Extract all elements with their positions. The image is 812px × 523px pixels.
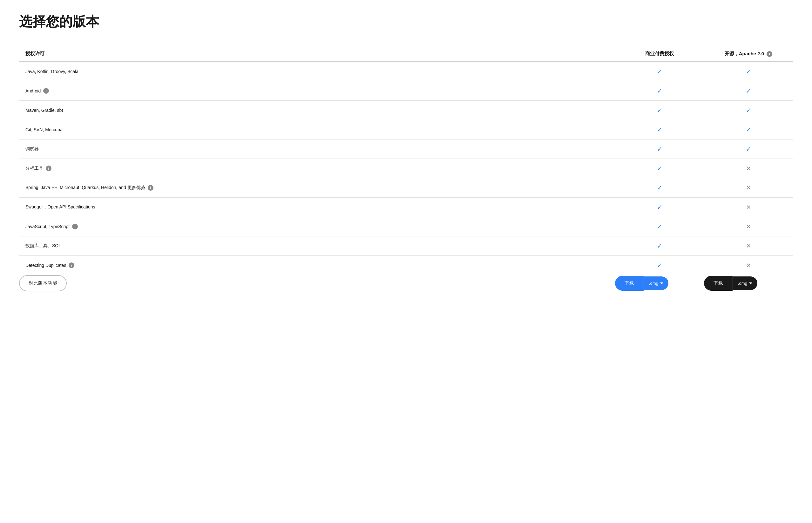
comparison-table: 授权许可 商业付费授权 开源，Apache 2.0 i Java, Kotlin… (19, 47, 793, 291)
page-title: 选择您的版本 (19, 13, 793, 31)
feature-cell-git-svn: Git, SVN, Mercurial (19, 120, 615, 140)
commercial-status-spring-javaee: ✓ (615, 178, 704, 198)
feature-label-spring-javaee: Spring, Java EE, Micronaut, Quarkus, Hel… (25, 185, 145, 191)
commercial-download-group: 下载 .dmg (615, 276, 704, 291)
check-icon: ✓ (746, 126, 751, 133)
opensource-dmg-chevron-icon (749, 283, 752, 284)
check-icon: ✓ (657, 242, 662, 249)
feature-cell-spring-javaee: Spring, Java EE, Micronaut, Quarkus, Hel… (19, 178, 615, 198)
header-opensource: 开源，Apache 2.0 i (704, 47, 793, 62)
table-row: 数据库工具、SQL✓✕ (19, 236, 793, 256)
opensource-status-java-kotlin: ✓ (704, 62, 793, 82)
feature-cell-javascript-typescript: JavaScript, TypeScripti (19, 217, 615, 236)
cross-icon: ✕ (746, 223, 751, 230)
feature-cell-java-kotlin: Java, Kotlin, Groovy, Scala (19, 62, 615, 82)
commercial-status-debugger: ✓ (615, 140, 704, 159)
commercial-status-android: ✓ (615, 82, 704, 101)
commercial-status-git-svn: ✓ (615, 120, 704, 140)
opensource-dmg-label: .dmg (738, 281, 747, 286)
feature-label-git-svn: Git, SVN, Mercurial (25, 127, 63, 132)
check-icon: ✓ (657, 87, 662, 94)
compare-button[interactable]: 对比版本功能 (19, 275, 67, 291)
table-row: Git, SVN, Mercurial✓✓ (19, 120, 793, 140)
info-icon-analysis-tools[interactable]: i (46, 165, 52, 171)
commercial-status-analysis-tools: ✓ (615, 159, 704, 178)
feature-label-analysis-tools: 分析工具 (25, 165, 43, 171)
compare-button-cell: 对比版本功能 (19, 275, 615, 292)
opensource-status-android: ✓ (704, 82, 793, 101)
opensource-status-spring-javaee: ✕ (704, 178, 793, 198)
check-icon: ✓ (657, 126, 662, 133)
info-icon-spring-javaee[interactable]: i (148, 185, 153, 191)
table-row: 调试器✓✓ (19, 140, 793, 159)
opensource-status-analysis-tools: ✕ (704, 159, 793, 178)
opensource-header-info-icon[interactable]: i (767, 51, 772, 57)
feature-label-android: Android (25, 88, 41, 93)
check-icon: ✓ (657, 204, 662, 211)
commercial-status-maven-gradle: ✓ (615, 101, 704, 120)
feature-label-database-sql: 数据库工具、SQL (25, 243, 61, 249)
check-icon: ✓ (746, 68, 751, 75)
commercial-dmg-label: .dmg (649, 281, 658, 286)
feature-label-java-kotlin: Java, Kotlin, Groovy, Scala (25, 69, 78, 74)
opensource-status-javascript-typescript: ✕ (704, 217, 793, 236)
check-icon: ✓ (746, 107, 751, 114)
feature-label-javascript-typescript: JavaScript, TypeScript (25, 224, 70, 229)
feature-cell-database-sql: 数据库工具、SQL (19, 236, 615, 256)
cross-icon: ✕ (746, 204, 751, 211)
opensource-dmg-button[interactable]: .dmg (733, 276, 757, 290)
feature-label-maven-gradle: Maven, Gradle, sbt (25, 108, 63, 113)
feature-label-swagger: Swagger，Open API Specifications (25, 204, 95, 210)
opensource-download-button[interactable]: 下载 (704, 276, 733, 291)
opensource-status-maven-gradle: ✓ (704, 101, 793, 120)
table-row: Maven, Gradle, sbt✓✓ (19, 101, 793, 120)
opensource-status-detecting-duplicates: ✕ (704, 256, 793, 275)
feature-cell-maven-gradle: Maven, Gradle, sbt (19, 101, 615, 120)
commercial-status-database-sql: ✓ (615, 236, 704, 256)
cross-icon: ✕ (746, 184, 751, 191)
opensource-status-git-svn: ✓ (704, 120, 793, 140)
commercial-download-button[interactable]: 下载 (615, 276, 644, 291)
feature-cell-debugger: 调试器 (19, 140, 615, 159)
info-icon-javascript-typescript[interactable]: i (72, 224, 78, 230)
header-commercial: 商业付费授权 (615, 47, 704, 62)
commercial-status-swagger: ✓ (615, 198, 704, 217)
opensource-status-swagger: ✕ (704, 198, 793, 217)
commercial-status-javascript-typescript: ✓ (615, 217, 704, 236)
feature-label-detecting-duplicates: Detecting Duplicates (25, 263, 66, 268)
table-row: Spring, Java EE, Micronaut, Quarkus, Hel… (19, 178, 793, 198)
check-icon: ✓ (657, 68, 662, 75)
opensource-status-database-sql: ✕ (704, 236, 793, 256)
commercial-status-java-kotlin: ✓ (615, 62, 704, 82)
check-icon: ✓ (657, 107, 662, 114)
feature-cell-swagger: Swagger，Open API Specifications (19, 198, 615, 217)
feature-cell-android: Androidi (19, 82, 615, 101)
opensource-download-cell: 下载 .dmg (704, 275, 793, 292)
check-icon: ✓ (657, 184, 662, 191)
commercial-dmg-chevron-icon (660, 283, 663, 284)
check-icon: ✓ (746, 87, 751, 94)
commercial-status-detecting-duplicates: ✓ (615, 256, 704, 275)
feature-cell-detecting-duplicates: Detecting Duplicatesi (19, 256, 615, 275)
table-row: JavaScript, TypeScripti✓✕ (19, 217, 793, 236)
opensource-download-group: 下载 .dmg (704, 276, 793, 291)
feature-label-debugger: 调试器 (25, 146, 39, 152)
cross-icon: ✕ (746, 242, 751, 249)
table-row: Swagger，Open API Specifications✓✕ (19, 198, 793, 217)
check-icon: ✓ (657, 146, 662, 152)
table-row: Androidi✓✓ (19, 82, 793, 101)
commercial-dmg-button[interactable]: .dmg (644, 276, 668, 290)
feature-cell-analysis-tools: 分析工具i (19, 159, 615, 178)
opensource-status-debugger: ✓ (704, 140, 793, 159)
table-row: Java, Kotlin, Groovy, Scala✓✓ (19, 62, 793, 82)
check-icon: ✓ (657, 223, 662, 230)
commercial-download-cell: 下载 .dmg (615, 275, 704, 292)
check-icon: ✓ (657, 262, 662, 269)
cross-icon: ✕ (746, 165, 751, 172)
check-icon: ✓ (657, 165, 662, 172)
table-row: Detecting Duplicatesi✓✕ (19, 256, 793, 275)
cross-icon: ✕ (746, 262, 751, 269)
info-icon-android[interactable]: i (43, 88, 49, 94)
info-icon-detecting-duplicates[interactable]: i (69, 263, 74, 268)
header-feature: 授权许可 (19, 47, 615, 62)
